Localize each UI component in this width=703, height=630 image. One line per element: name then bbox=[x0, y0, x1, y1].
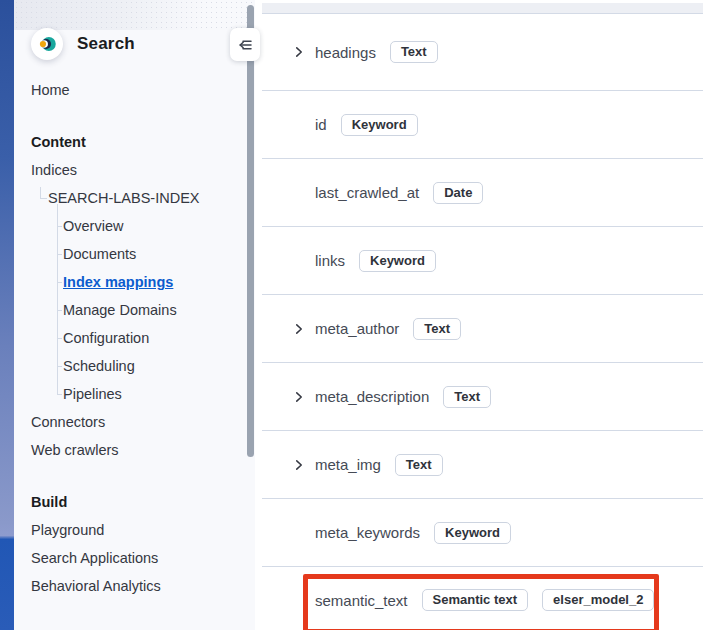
sidebar-nav: HomeContentIndicesSEARCH-LABS-INDEXOverv… bbox=[14, 60, 255, 600]
sidebar-item-label: SEARCH-LABS-INDEX bbox=[48, 190, 199, 206]
sidebar-item-label: Home bbox=[31, 82, 70, 98]
sidebar-item-playground[interactable]: Playground bbox=[14, 516, 255, 544]
sidebar-item-label: Configuration bbox=[63, 330, 149, 346]
sidebar-item-label: Web crawlers bbox=[31, 442, 119, 458]
type-badge-text: Text bbox=[443, 386, 491, 408]
field-name: id bbox=[315, 116, 327, 133]
sidebar-item-label: Behavioral Analytics bbox=[31, 578, 161, 594]
field-badges: Keyword bbox=[420, 522, 511, 544]
sidebar-item-connectors[interactable]: Connectors bbox=[14, 408, 255, 436]
mapping-row-meta-keywords: meta_keywords Keyword bbox=[262, 499, 703, 567]
mapping-row-meta-description: meta_description Text bbox=[262, 363, 703, 431]
type-badge-text: Text bbox=[390, 41, 438, 63]
sidebar-item-web-crawlers[interactable]: Web crawlers bbox=[14, 436, 255, 464]
sidebar-item-label: Overview bbox=[63, 218, 123, 234]
sidebar-item-behavioral-analytics[interactable]: Behavioral Analytics bbox=[14, 572, 255, 600]
app-title: Search bbox=[77, 34, 135, 54]
index-mappings-panel: headings Text id Keyword last_crawled_at… bbox=[262, 0, 703, 630]
previous-row-edge bbox=[262, 3, 703, 14]
sidebar-item-label: Content bbox=[31, 134, 86, 150]
sidebar-item-label: Scheduling bbox=[63, 358, 135, 374]
sidebar-item-label: Documents bbox=[63, 246, 136, 262]
sidebar-section-build: Build bbox=[14, 488, 255, 516]
field-name: links bbox=[315, 252, 345, 269]
mappings-field-list: headings Text id Keyword last_crawled_at… bbox=[262, 14, 703, 630]
field-name: meta_author bbox=[315, 320, 399, 337]
field-badges: Text bbox=[399, 318, 461, 340]
sidebar-item-home[interactable]: Home bbox=[14, 76, 255, 104]
field-badges: Date bbox=[419, 182, 483, 204]
type-badge-keyword: Keyword bbox=[434, 522, 511, 544]
sidebar: Search HomeContentIndicesSEARCH-LABS-IND… bbox=[14, 0, 255, 630]
chevron-right-icon[interactable] bbox=[293, 391, 305, 403]
field-badges: Text bbox=[429, 386, 491, 408]
sidebar-item-manage-domains[interactable]: Manage Domains bbox=[14, 296, 255, 324]
sidebar-item-indices[interactable]: Indices bbox=[14, 156, 255, 184]
type-badge-text: Text bbox=[395, 454, 443, 476]
sidebar-item-scheduling[interactable]: Scheduling bbox=[14, 352, 255, 380]
sidebar-item-label: Search Applications bbox=[31, 550, 158, 566]
sidebar-item-label: Index mappings bbox=[63, 274, 173, 290]
app-header: Search bbox=[14, 0, 255, 60]
sidebar-item-search-labs-index[interactable]: SEARCH-LABS-INDEX bbox=[14, 184, 255, 212]
sidebar-item-search-applications[interactable]: Search Applications bbox=[14, 544, 255, 572]
sidebar-item-configuration[interactable]: Configuration bbox=[14, 324, 255, 352]
field-badges: Semantic textelser_model_2 bbox=[408, 589, 655, 611]
mapping-row-semantic-text: semantic_text Semantic textelser_model_2 bbox=[262, 567, 703, 630]
mapping-row-last-crawled-at: last_crawled_at Date bbox=[262, 159, 703, 227]
sidebar-item-pipelines[interactable]: Pipelines bbox=[14, 380, 255, 408]
field-name: semantic_text bbox=[315, 592, 408, 609]
field-name: last_crawled_at bbox=[315, 184, 419, 201]
type-badge-semantic-text: Semantic text bbox=[422, 589, 529, 611]
field-name: headings bbox=[315, 44, 376, 61]
enterprise-search-logo-icon bbox=[31, 28, 63, 60]
field-badges: Keyword bbox=[327, 114, 418, 136]
chevron-right-icon[interactable] bbox=[293, 46, 305, 58]
collapse-sidebar-button[interactable] bbox=[230, 28, 260, 61]
sidebar-index-subnav: OverviewDocumentsIndex mappingsManage Do… bbox=[14, 212, 255, 408]
type-badge-text: Text bbox=[413, 318, 461, 340]
field-badges: Text bbox=[376, 41, 438, 63]
mapping-row-id: id Keyword bbox=[262, 91, 703, 159]
sidebar-item-label: Pipelines bbox=[63, 386, 122, 402]
chevron-right-icon[interactable] bbox=[293, 323, 305, 335]
sidebar-item-label: Build bbox=[31, 494, 67, 510]
field-badges: Text bbox=[381, 454, 443, 476]
sidebar-item-documents[interactable]: Documents bbox=[14, 240, 255, 268]
mapping-row-headings: headings Text bbox=[262, 14, 703, 91]
sidebar-scrollbar[interactable] bbox=[247, 5, 254, 457]
field-name: meta_description bbox=[315, 388, 429, 405]
sidebar-item-label: Indices bbox=[31, 162, 77, 178]
field-badges: Keyword bbox=[345, 250, 436, 272]
field-name: meta_img bbox=[315, 456, 381, 473]
mapping-row-meta-author: meta_author Text bbox=[262, 295, 703, 363]
type-badge-keyword: Keyword bbox=[341, 114, 418, 136]
chevron-right-icon[interactable] bbox=[293, 459, 305, 471]
collapse-menu-left-icon bbox=[237, 37, 253, 53]
sidebar-item-label: Playground bbox=[31, 522, 104, 538]
background-window-edge bbox=[0, 0, 14, 630]
sidebar-item-index-mappings[interactable]: Index mappings bbox=[14, 268, 255, 296]
field-name: meta_keywords bbox=[315, 524, 420, 541]
type-badge-keyword: Keyword bbox=[359, 250, 436, 272]
sidebar-section-content: Content bbox=[14, 128, 255, 156]
sidebar-item-label: Manage Domains bbox=[63, 302, 177, 318]
sidebar-item-overview[interactable]: Overview bbox=[14, 212, 255, 240]
type-badge-elser-model-2: elser_model_2 bbox=[542, 589, 654, 611]
mapping-row-meta-img: meta_img Text bbox=[262, 431, 703, 499]
sidebar-item-label: Connectors bbox=[31, 414, 105, 430]
mapping-row-links: links Keyword bbox=[262, 227, 703, 295]
type-badge-date: Date bbox=[433, 182, 483, 204]
